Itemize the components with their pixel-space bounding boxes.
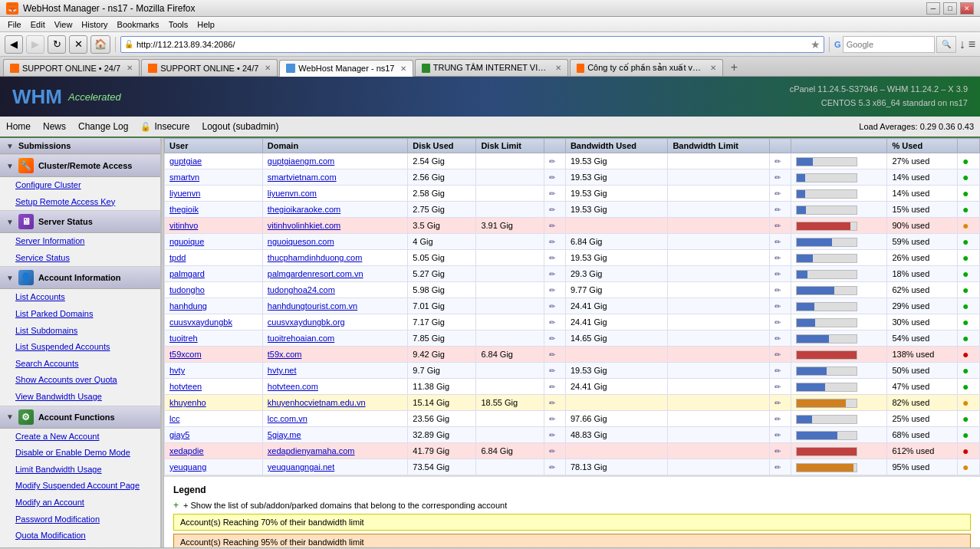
tab-1[interactable]: SUPPORT ONLINE • 24/7 ✕ [3, 59, 140, 76]
edit2-icon[interactable]: ✏ [774, 173, 781, 182]
nav-changelog[interactable]: Change Log [78, 121, 128, 132]
sidebar-item-modify-suspended-page[interactable]: Modify Suspended Account Page [0, 478, 160, 495]
edit2-icon[interactable]: ✏ [774, 318, 781, 327]
sidebar-item-show-over-quota[interactable]: Show Accounts over Quota [0, 372, 160, 389]
cell-edit[interactable]: ✏ [544, 427, 565, 443]
edit2-icon[interactable]: ✏ [774, 334, 781, 343]
new-tab-button[interactable]: + [725, 59, 743, 76]
cell-edit[interactable]: ✏ [544, 298, 565, 314]
legend-expand-icon[interactable]: + [173, 500, 179, 511]
menu-file[interactable]: File [3, 18, 26, 31]
menu-edit[interactable]: Edit [26, 18, 50, 31]
edit-icon[interactable]: ✏ [549, 463, 555, 472]
sidebar-item-service-status[interactable]: Service Status [0, 250, 160, 267]
cell-edit[interactable]: ✏ [544, 363, 565, 379]
extra-button2[interactable]: ≡ [968, 38, 975, 51]
tab-close-5[interactable]: ✕ [710, 64, 716, 72]
nav-insecure[interactable]: 🔓 Insecure [140, 121, 189, 132]
cell-edit2[interactable]: ✏ [770, 298, 791, 314]
edit2-icon[interactable]: ✏ [774, 238, 781, 246]
search-input[interactable] [843, 36, 935, 53]
url-bar[interactable]: 🔓 http://112.213.89.34:2086/ ★ [120, 36, 824, 53]
forward-button[interactable]: ▶ [26, 35, 44, 54]
edit-icon[interactable]: ✏ [549, 415, 555, 423]
cell-edit2[interactable]: ✏ [770, 202, 791, 218]
cell-edit[interactable]: ✏ [544, 234, 565, 250]
sidebar-item-create-account[interactable]: Create a New Account [0, 429, 160, 445]
edit-icon[interactable]: ✏ [549, 157, 555, 166]
tab-3[interactable]: WebHost Manager - ns17 ✕ [279, 60, 413, 77]
cell-edit[interactable]: ✏ [544, 153, 565, 169]
edit-icon[interactable]: ✏ [549, 431, 555, 439]
cell-edit2[interactable]: ✏ [770, 186, 791, 202]
tab-4[interactable]: TRUNG TÂM INTERNET VIỆT NAM ✕ [415, 59, 568, 76]
nav-news[interactable]: News [43, 121, 66, 132]
edit2-icon[interactable]: ✏ [774, 205, 781, 214]
nav-logout[interactable]: Logout (subadmin) [202, 121, 278, 132]
cell-edit[interactable]: ✏ [544, 266, 565, 282]
tab-close-4[interactable]: ✕ [555, 64, 561, 72]
sidebar-item-server-info[interactable]: Server Information [0, 233, 160, 250]
menu-tools[interactable]: Tools [164, 18, 193, 31]
cell-edit2[interactable]: ✏ [770, 379, 791, 395]
edit2-icon[interactable]: ✏ [774, 189, 781, 198]
cell-edit2[interactable]: ✏ [770, 266, 791, 282]
sidebar-section-server-status-header[interactable]: ▼ 🖥 Server Status [0, 211, 160, 233]
sidebar-section-cluster-header[interactable]: ▼ 🔧 Cluster/Remote Access [0, 155, 160, 177]
cell-edit2[interactable]: ✏ [770, 330, 791, 347]
sidebar-item-list-subdomains[interactable]: List Subdomains [0, 323, 160, 340]
edit2-icon[interactable]: ✏ [774, 222, 781, 230]
sidebar-section-account-functions-header[interactable]: ▼ ⚙ Account Functions [0, 406, 160, 429]
cell-edit[interactable]: ✏ [544, 282, 565, 298]
cell-edit[interactable]: ✏ [544, 186, 565, 202]
edit-icon[interactable]: ✏ [549, 205, 555, 214]
tab-5[interactable]: Công ty cổ phần sản xuất và phân p... ✕ [570, 59, 723, 76]
sidebar-section-account-info-header[interactable]: ▼ 👤 Account Information [0, 267, 160, 289]
edit2-icon[interactable]: ✏ [774, 157, 781, 166]
cell-edit2[interactable]: ✏ [770, 395, 791, 411]
close-button[interactable]: ✕ [960, 2, 974, 15]
cell-edit2[interactable]: ✏ [770, 218, 791, 234]
sidebar-item-view-bandwidth[interactable]: View Bandwidth Usage [0, 389, 160, 406]
cell-edit2[interactable]: ✏ [770, 314, 791, 330]
sidebar-item-list-accounts[interactable]: List Accounts [0, 289, 160, 306]
tab-close-1[interactable]: ✕ [127, 64, 133, 72]
tab-close-2[interactable]: ✕ [265, 64, 271, 72]
menu-view[interactable]: View [50, 18, 77, 31]
edit2-icon[interactable]: ✏ [774, 463, 781, 472]
extra-button1[interactable]: ↓ [959, 38, 965, 51]
edit-icon[interactable]: ✏ [549, 238, 555, 246]
tab-close-3[interactable]: ✕ [400, 64, 406, 73]
cell-edit[interactable]: ✏ [544, 411, 565, 427]
menu-help[interactable]: Help [192, 18, 219, 31]
menu-history[interactable]: History [77, 18, 112, 31]
cell-edit2[interactable]: ✏ [770, 363, 791, 379]
cell-edit[interactable]: ✏ [544, 443, 565, 459]
edit2-icon[interactable]: ✏ [774, 415, 781, 423]
sidebar-item-modify-account[interactable]: Modify an Account [0, 495, 160, 511]
edit-icon[interactable]: ✏ [549, 189, 555, 198]
edit-icon[interactable]: ✏ [549, 383, 555, 391]
edit-icon[interactable]: ✏ [549, 254, 555, 262]
edit-icon[interactable]: ✏ [549, 286, 555, 294]
edit2-icon[interactable]: ✏ [774, 302, 781, 311]
edit2-icon[interactable]: ✏ [774, 270, 781, 278]
edit-icon[interactable]: ✏ [549, 367, 555, 375]
home-button[interactable]: 🏠 [90, 35, 110, 54]
sidebar-item-demo-mode[interactable]: Disable or Enable Demo Mode [0, 445, 160, 462]
edit2-icon[interactable]: ✏ [774, 399, 781, 407]
cell-edit[interactable]: ✏ [544, 314, 565, 330]
stop-button[interactable]: ✕ [69, 35, 87, 54]
edit2-icon[interactable]: ✏ [774, 254, 781, 262]
tab-2[interactable]: SUPPORT ONLINE • 24/7 ✕ [141, 59, 278, 76]
cell-edit[interactable]: ✏ [544, 202, 565, 218]
edit-icon[interactable]: ✏ [549, 173, 555, 182]
sidebar-section-submissions-header[interactable]: ▼ Submissions [0, 138, 160, 154]
cell-edit2[interactable]: ✏ [770, 169, 791, 186]
cell-edit2[interactable]: ✏ [770, 427, 791, 443]
cell-edit[interactable]: ✏ [544, 347, 565, 363]
edit2-icon[interactable]: ✏ [774, 431, 781, 439]
sidebar-item-rearrange[interactable]: Rearrange Accounts [0, 544, 160, 547]
edit2-icon[interactable]: ✏ [774, 286, 781, 294]
cell-edit2[interactable]: ✏ [770, 443, 791, 459]
